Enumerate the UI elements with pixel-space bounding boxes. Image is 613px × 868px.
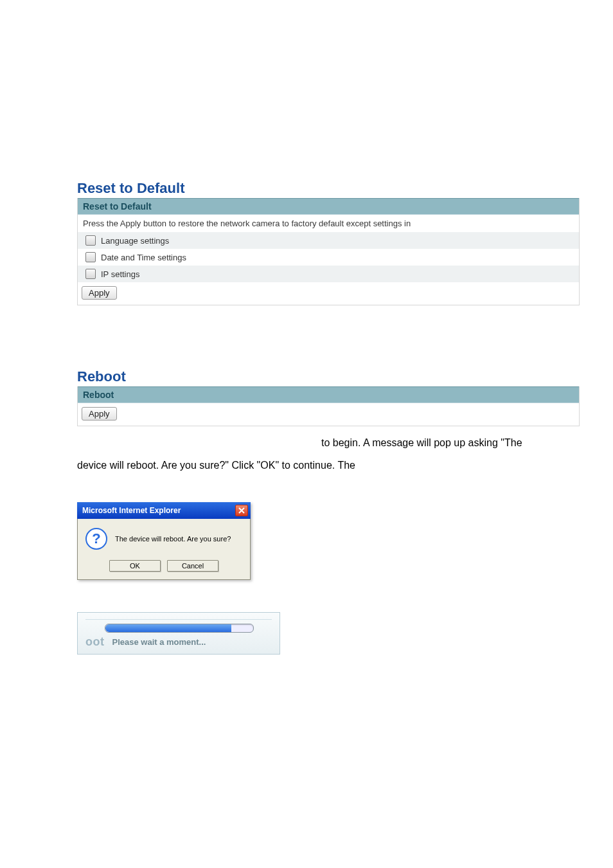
reset-header: Reset to Default [78, 198, 579, 215]
reboot-panel: Reboot Apply [77, 386, 580, 426]
option-datetime: Date and Time settings [78, 249, 579, 266]
confirm-dialog: Microsoft Internet Explorer ? The device… [77, 502, 251, 580]
checkbox-datetime[interactable] [85, 252, 96, 262]
reboot-apply-button[interactable]: Apply [82, 407, 117, 420]
divider [85, 619, 272, 620]
body-text-line-1: to begin. A message will pop up asking "… [321, 431, 549, 454]
dialog-cancel-button[interactable]: Cancel [167, 560, 218, 572]
option-label: Date and Time settings [101, 253, 186, 262]
dialog-ok-button[interactable]: OK [109, 560, 161, 572]
dialog-close-button[interactable] [235, 505, 248, 516]
reset-description: Press the Apply button to restore the ne… [78, 215, 579, 232]
option-label: Language settings [101, 236, 169, 246]
progress-fill [105, 624, 231, 632]
option-language: Language settings [78, 232, 579, 249]
progress-prefix: oot [85, 635, 104, 649]
body-text-line-2: device will reboot. Are you sure?" Click… [77, 454, 549, 476]
reset-panel: Reset to Default Press the Apply button … [77, 198, 580, 305]
reboot-title: Reboot [77, 368, 549, 385]
reset-apply-button[interactable]: Apply [82, 286, 117, 300]
question-icon: ? [85, 528, 107, 550]
reboot-header: Reboot [78, 386, 579, 403]
option-label: IP settings [101, 269, 139, 279]
dialog-message: The device will reboot. Are you sure? [115, 535, 231, 543]
close-icon [238, 507, 245, 514]
dialog-title-text: Microsoft Internet Explorer [82, 506, 181, 515]
progress-text: Please wait a moment... [112, 637, 206, 647]
progress-bar [105, 624, 254, 633]
checkbox-ip[interactable] [85, 269, 96, 279]
checkbox-language[interactable] [85, 235, 96, 246]
dialog-titlebar: Microsoft Internet Explorer [77, 502, 251, 519]
reset-title: Reset to Default [77, 180, 549, 197]
progress-panel: oot Please wait a moment... [77, 612, 280, 655]
option-ip: IP settings [78, 266, 579, 282]
